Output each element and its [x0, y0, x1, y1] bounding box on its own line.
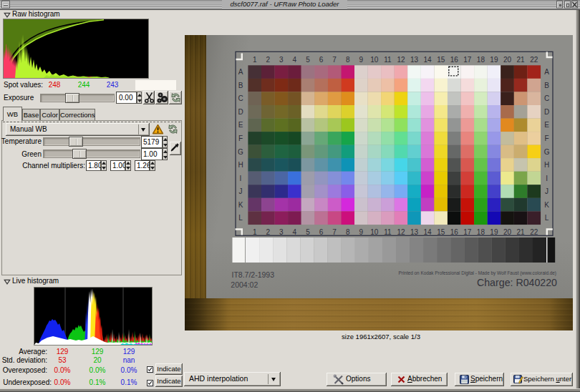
- svg-text:7: 7: [332, 228, 337, 236]
- svg-text:E: E: [544, 121, 549, 129]
- svg-text:K: K: [238, 201, 243, 209]
- svg-text:12: 12: [397, 56, 405, 64]
- svg-text:A: A: [238, 68, 243, 76]
- svg-text:14: 14: [424, 228, 432, 236]
- svg-text:D: D: [544, 108, 549, 116]
- svg-text:3: 3: [279, 56, 284, 64]
- svg-text:22: 22: [530, 56, 538, 64]
- svg-text:15: 15: [437, 228, 445, 236]
- svg-text:19: 19: [490, 228, 498, 236]
- svg-text:12: 12: [397, 228, 405, 236]
- svg-text:L: L: [545, 214, 549, 222]
- svg-text:G: G: [544, 148, 550, 156]
- svg-text:14: 14: [424, 56, 432, 64]
- svg-text:20: 20: [503, 228, 512, 236]
- svg-text:A: A: [544, 68, 549, 76]
- svg-text:6: 6: [319, 56, 324, 64]
- svg-text:8: 8: [346, 56, 350, 64]
- svg-text:K: K: [544, 201, 549, 209]
- svg-text:B: B: [544, 82, 549, 89]
- svg-text:15: 15: [437, 56, 445, 64]
- svg-text:13: 13: [410, 56, 419, 64]
- svg-text:3: 3: [279, 228, 284, 236]
- svg-text:H: H: [238, 161, 243, 169]
- svg-text:4: 4: [293, 228, 297, 236]
- svg-text:17: 17: [463, 228, 472, 236]
- svg-text:1: 1: [253, 228, 257, 236]
- svg-text:IT8.7/2-1993: IT8.7/2-1993: [232, 270, 275, 279]
- svg-text:C: C: [238, 94, 243, 102]
- svg-text:2: 2: [266, 228, 271, 236]
- svg-text:16: 16: [450, 56, 459, 64]
- svg-text:E: E: [238, 121, 243, 129]
- svg-text:11: 11: [384, 56, 392, 64]
- svg-text:G: G: [238, 148, 243, 156]
- svg-text:9: 9: [359, 56, 363, 64]
- svg-text:11: 11: [384, 228, 392, 236]
- svg-text:18: 18: [477, 228, 485, 236]
- svg-text:Printed on Kodak Professional: Printed on Kodak Professional Digital - …: [399, 270, 556, 276]
- svg-text:18: 18: [477, 56, 485, 64]
- svg-text:C: C: [544, 94, 549, 102]
- svg-text:1: 1: [253, 56, 257, 64]
- svg-text:17: 17: [463, 56, 472, 64]
- svg-text:8: 8: [346, 228, 350, 236]
- svg-text:22: 22: [530, 228, 538, 236]
- svg-text:F: F: [238, 134, 243, 142]
- svg-text:21: 21: [517, 56, 526, 64]
- svg-text:5: 5: [306, 228, 310, 236]
- svg-text:J: J: [239, 187, 243, 195]
- svg-text:13: 13: [410, 228, 419, 236]
- svg-text:9: 9: [359, 228, 363, 236]
- svg-text:H: H: [544, 161, 549, 169]
- svg-text:J: J: [545, 187, 548, 195]
- svg-text:16: 16: [450, 228, 459, 236]
- svg-text:19: 19: [490, 56, 498, 64]
- svg-text:I: I: [546, 175, 548, 182]
- svg-text:21: 21: [517, 228, 526, 236]
- svg-text:7: 7: [332, 56, 337, 64]
- svg-text:2: 2: [266, 56, 271, 64]
- svg-text:10: 10: [370, 56, 379, 64]
- svg-text:L: L: [238, 214, 243, 222]
- svg-text:Charge: R040220: Charge: R040220: [477, 277, 557, 288]
- svg-text:I: I: [240, 175, 242, 182]
- svg-text:D: D: [238, 108, 243, 116]
- svg-text:B: B: [238, 82, 243, 89]
- svg-text:5: 5: [306, 56, 310, 64]
- svg-text:4: 4: [293, 56, 297, 64]
- svg-text:20: 20: [503, 56, 512, 64]
- svg-text:F: F: [545, 134, 549, 142]
- svg-text:6: 6: [319, 228, 324, 236]
- svg-text:10: 10: [370, 228, 379, 236]
- svg-text:2004:02: 2004:02: [231, 280, 258, 289]
